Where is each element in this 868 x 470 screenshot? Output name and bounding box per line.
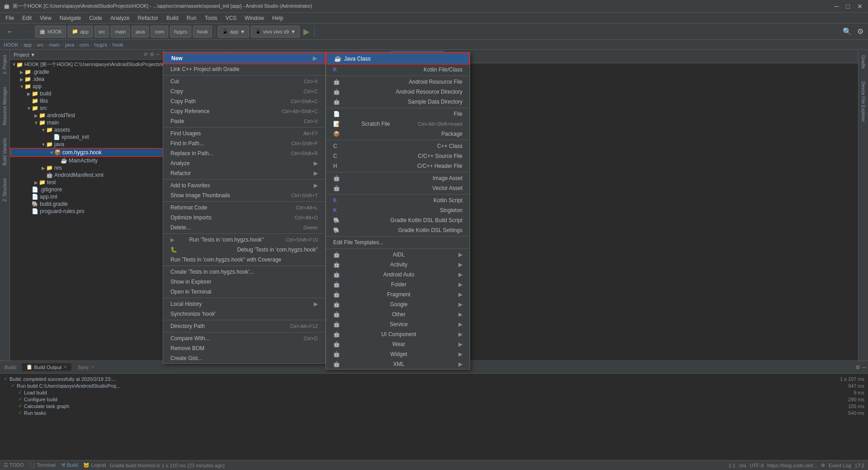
submenu-fragment[interactable]: 🤖 Fragment ▶ [326, 290, 470, 299]
submenu-gradle-kotlin-build[interactable]: 🐘 Gradle Kotlin DSL Build Script [326, 215, 470, 225]
submenu-android-resource-file[interactable]: 🤖 Android Resource File [326, 77, 470, 87]
ctx-copy[interactable]: Copy Ctrl+C [163, 86, 325, 96]
build-row-configure[interactable]: ✓ Configure build 290 ms [4, 396, 864, 403]
tree-item-res[interactable]: ▶ 📁 res [10, 164, 163, 171]
submenu-sample-data-dir[interactable]: 🤖 Sample Data Directory [326, 97, 470, 107]
submenu-ui-component[interactable]: 🤖 UI Component ▶ [326, 329, 470, 339]
submenu-java-class[interactable]: ☕ Java Class [326, 52, 470, 65]
submenu-singleton[interactable]: K Singleton [326, 205, 470, 215]
menu-refactor[interactable]: Refactor [134, 14, 162, 22]
tree-item-app-iml[interactable]: ▶ 📄 app.iml [10, 193, 163, 200]
maximize-btn[interactable]: □ [844, 3, 852, 10]
title-bar-controls[interactable]: ─ □ ✕ [833, 3, 864, 10]
tree-item-app[interactable]: ▼ 📁 app [10, 83, 163, 90]
tree-item-assets[interactable]: ▼ 📁 assets [10, 126, 163, 133]
todo-btn[interactable]: ☰ TODO [4, 462, 24, 468]
toolbar-device[interactable]: 📱 vivo vivo x9 ▼ [251, 26, 300, 38]
bc-hook-path[interactable]: hook [113, 42, 123, 47]
sidebar-build-variants-label[interactable]: Build Variants [1, 136, 8, 167]
toolbar-com-btn[interactable]: com [151, 26, 168, 38]
tree-item-java[interactable]: ▼ 📁 java [10, 141, 163, 148]
menu-vcs[interactable]: VCS [222, 14, 241, 22]
ctx-compare-with[interactable]: Compare With... Ctrl+D [163, 333, 325, 343]
ctx-synchronize[interactable]: Synchronize 'hook' [163, 309, 325, 319]
right-sidebar-gradle-label[interactable]: Gradle [860, 53, 867, 71]
submenu-aidl[interactable]: 🤖 AIDL ▶ [326, 250, 470, 260]
minimize-btn[interactable]: ─ [833, 3, 841, 10]
submenu-service[interactable]: 🤖 Service ▶ [326, 319, 470, 329]
ctx-run-tests[interactable]: ▶ Run 'Tests in 'com.hygzs.hook'' Ctrl+S… [163, 235, 325, 245]
tree-item-androidmanifest[interactable]: ▶ 🤖 AndroidManifest.xml [10, 171, 163, 179]
terminal-btn[interactable]: ⬛ Terminal [29, 462, 55, 468]
submenu-other[interactable]: 🤖 Other ▶ [326, 309, 470, 319]
menu-code[interactable]: Code [85, 14, 106, 22]
submenu-xml[interactable]: 🤖 XML ▶ [326, 359, 470, 369]
menu-run[interactable]: Run [183, 14, 200, 22]
sidebar-structure-label[interactable]: 2: Structure [1, 176, 8, 204]
tree-item-libs[interactable]: ▶ 📁 libs [10, 97, 163, 104]
tree-item-src[interactable]: ▼ 📁 src [10, 104, 163, 112]
build-row-tasks[interactable]: ✓ Run tasks 540 ms [4, 409, 864, 416]
menu-window[interactable]: Window [241, 14, 268, 22]
tree-item-gradle[interactable]: ▶ 📁 .gradle [10, 68, 163, 76]
close-btn[interactable]: ✕ [855, 3, 864, 10]
bottom-tab-build-output[interactable]: 📋 Build Output ✕ [22, 363, 72, 371]
submenu-android-resource-dir[interactable]: 🤖 Android Resource Directory [326, 87, 470, 97]
tree-item-xposed-init[interactable]: ▶ 📄 xposed_init [10, 133, 163, 141]
submenu-kotlin-file[interactable]: K Kotlin File/Class [326, 65, 470, 75]
submenu-package[interactable]: 📦 Package [326, 129, 470, 139]
ctx-find-usages[interactable]: Find Usages Alt+F7 [163, 128, 325, 138]
tree-item-gitignore[interactable]: ▶ 📄 .gitignore [10, 186, 163, 193]
ctx-new[interactable]: New ▶ [163, 52, 325, 64]
ctx-run-tests-coverage[interactable]: Run 'Tests in 'com.hygzs.hook'' with Cov… [163, 255, 325, 265]
status-bar-left-icons[interactable]: ☰ TODO ⬛ Terminal ⚒ Build 🐱 Logcat [4, 462, 106, 468]
bc-java[interactable]: java [65, 42, 74, 47]
ctx-local-history[interactable]: Local History ▶ [163, 299, 325, 309]
bottom-tab-sync[interactable]: Sync ✕ [73, 364, 99, 371]
toolbar-settings-btn[interactable]: ⚙ [855, 26, 865, 38]
tree-item-androidtest[interactable]: ▶ 📁 androidTest [10, 112, 163, 119]
tree-item-build-gradle[interactable]: ▶ 🐘 build.gradle [10, 200, 163, 208]
submenu-activity[interactable]: 🤖 Activity ▶ [326, 260, 470, 270]
toolbar-app-btn[interactable]: 📁 app [68, 26, 92, 38]
ctx-show-explorer[interactable]: Show in Explorer [163, 277, 325, 287]
submenu-cpp-class[interactable]: C C++ Class [326, 141, 470, 151]
tree-item-main[interactable]: ▼ 📁 main [10, 119, 163, 126]
menu-navigate[interactable]: Navigate [56, 14, 85, 22]
toolbar-src-btn[interactable]: src [94, 26, 109, 38]
ctx-reformat[interactable]: Reformat Code Ctrl+Alt+L [163, 203, 325, 213]
menu-analyze[interactable]: Analyze [107, 14, 133, 22]
ctx-create-gist[interactable]: Create Gist... [163, 353, 325, 363]
build-row-calculate[interactable]: ✓ Calculate task graph 105 ms [4, 403, 864, 409]
toolbar-forward-btn[interactable]: → [19, 26, 33, 38]
submenu-kotlin-script[interactable]: K Kotlin Script [326, 195, 470, 205]
build-row-run[interactable]: ✓ Run build C:\Users\qiaoye\AndroidStudi… [4, 382, 864, 389]
toolbar-run-btn[interactable]: ▶ [302, 26, 311, 38]
bc-src[interactable]: src [37, 42, 44, 47]
ctx-replace-in-path[interactable]: Replace in Path... Ctrl+Shift+R [163, 148, 325, 158]
ctx-show-thumbnails[interactable]: Show Image Thumbnails Ctrl+Shift+T [163, 190, 325, 200]
toolbar-run-config[interactable]: 📱 app ▼ [218, 26, 249, 38]
ctx-debug-tests[interactable]: 🐛 Debug 'Tests in 'com.hygzs.hook'' [163, 245, 325, 255]
submenu-file[interactable]: 📄 File [326, 109, 470, 119]
submenu-scratch-file[interactable]: 📝 Scratch File Ctrl+Alt+Shift+Insert [326, 119, 470, 129]
event-log-btn[interactable]: Event Log [829, 463, 851, 468]
menu-build[interactable]: Build [163, 14, 182, 22]
submenu-android-auto[interactable]: 🤖 Android Auto ▶ [326, 270, 470, 280]
ctx-find-in-path[interactable]: Find in Path... Ctrl+Shift+F [163, 138, 325, 148]
logcat-btn[interactable]: 🐱 Logcat [83, 462, 106, 468]
right-sidebar-device-file-label[interactable]: Device File Explorer [860, 80, 867, 123]
sidebar-resource-manager-label[interactable]: Resource Manager [1, 85, 8, 127]
tree-item-hook-root[interactable]: ▼ 📁 HOOK [第一个HOOK] C:\Users\qiaoye\Andro… [10, 61, 163, 68]
build-row-completed[interactable]: ✓ Build: completed successfully at 2020/… [4, 375, 864, 382]
toolbar-java-btn[interactable]: java [132, 26, 149, 38]
submenu-folder[interactable]: 🤖 Folder ▶ [326, 280, 470, 290]
project-sync-icon[interactable]: ⟳ [144, 52, 148, 57]
menu-view[interactable]: View [36, 14, 55, 22]
bc-hook[interactable]: HOOK [4, 42, 18, 47]
submenu-cpp-source[interactable]: C C/C++ Source File [326, 151, 470, 161]
tree-item-com-hygzs-hook[interactable]: ▼ 📦 com.hygzs.hook [10, 148, 163, 157]
ctx-cut[interactable]: Cut Ctrl+X [163, 76, 325, 86]
menu-edit[interactable]: Edit [19, 14, 35, 22]
ctx-add-favorites[interactable]: Add to Favorites ▶ [163, 180, 325, 190]
